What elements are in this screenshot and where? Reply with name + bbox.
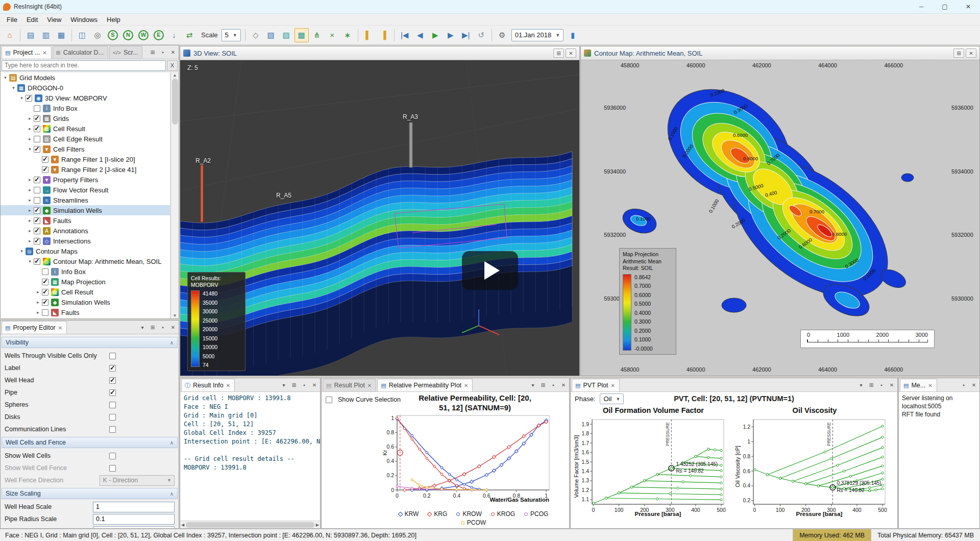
tab-result-plot[interactable]: ▤ Result Plot ✕ — [323, 379, 376, 391]
tree-item-3d-view-mobporv[interactable]: ▾◉3D View: MOBPORV — [1, 93, 170, 103]
scale-select[interactable]: 5▼ — [222, 29, 241, 41]
result-info-hscrollbar[interactable]: ◀ ▶ — [180, 521, 320, 528]
well-fence-direction-select[interactable]: K - Direction▼ — [100, 475, 175, 486]
close-icon[interactable]: ✕ — [42, 50, 46, 56]
legend-item-krg[interactable]: KRG — [428, 510, 447, 518]
label-checkbox[interactable] — [109, 365, 116, 372]
maximize-button[interactable]: ▢ — [933, 0, 957, 13]
collapse-icon[interactable]: ∧ — [170, 340, 174, 346]
float-icon[interactable]: ⊞ — [289, 381, 299, 389]
toolbar-view-x-icon[interactable]: ▧ — [264, 28, 278, 42]
well-head-checkbox[interactable] — [109, 377, 116, 384]
tree-item-intersections[interactable]: ▸◇Intersections — [1, 236, 170, 246]
communication-lines-checkbox[interactable] — [109, 426, 116, 433]
tab-pvt-plot[interactable]: ▤ PVT Plot ✕ — [572, 379, 620, 391]
expander-icon[interactable]: ▸ — [26, 177, 34, 182]
memory-used-badge[interactable]: Memory Used: 462 MB — [793, 529, 871, 541]
scroll-right-icon[interactable]: ▶ — [316, 523, 319, 527]
legend-item-krog[interactable]: KROG — [491, 510, 515, 518]
tree-checkbox[interactable] — [34, 126, 40, 132]
spheres-checkbox[interactable] — [109, 402, 116, 408]
expander-icon[interactable]: ▾ — [2, 75, 9, 80]
menu-icon[interactable]: ▾ — [528, 381, 537, 389]
toolbar-well-disks-icon[interactable]: × — [325, 28, 339, 42]
menu-edit[interactable]: Edit — [22, 15, 42, 24]
toolbar-well-spheres-icon[interactable]: ∗ — [340, 28, 355, 42]
tree-item-cell-result[interactable]: ▸▦Cell Result — [1, 287, 170, 297]
close-icon[interactable]: ✕ — [928, 383, 932, 388]
tree-item-cell-edge-result[interactable]: ▸▥Cell Edge Result — [1, 134, 170, 144]
search-clear-button[interactable]: X — [167, 60, 178, 71]
tab-project-tree[interactable]: ▤ Project ... ✕ — [2, 46, 52, 59]
expander-icon[interactable]: ▾ — [18, 249, 26, 254]
disks-checkbox[interactable] — [109, 414, 116, 421]
close-icon[interactable]: ✕ — [611, 383, 615, 388]
show-curve-selection-checkbox[interactable] — [326, 397, 332, 403]
legend-item-krow[interactable]: KROW — [456, 510, 481, 518]
tree-scrollbar[interactable]: ▲ ▼ — [170, 72, 179, 318]
menu-icon[interactable]: ▾ — [279, 381, 288, 389]
toolbar-view-z-icon[interactable]: ▩ — [295, 28, 309, 42]
tree-item-grids[interactable]: ▸▦Grids — [1, 113, 170, 124]
menu-view[interactable]: View — [42, 15, 66, 24]
tree-checkbox[interactable] — [34, 217, 40, 224]
tree-item-simulation-wells[interactable]: ▸◆Simulation Wells — [1, 297, 170, 307]
tab-relative-permeability-plot[interactable]: ▤ Relative Permeability Plot ✕ — [377, 379, 473, 391]
tab-calculator[interactable]: ⊞ Calculator D... — [53, 46, 108, 59]
tree-checkbox[interactable] — [34, 146, 40, 153]
close-icon[interactable]: ✕ — [368, 383, 372, 388]
expander-icon[interactable]: ▾ — [26, 146, 34, 152]
toolbar-view-west-icon[interactable]: W — [136, 28, 151, 42]
toolbar-iso-view-icon[interactable]: ◇ — [249, 28, 263, 42]
tree-checkbox[interactable] — [42, 156, 48, 163]
expander-icon[interactable]: ▸ — [26, 136, 34, 141]
pin-icon[interactable]: ▪ — [300, 381, 309, 389]
pin-icon[interactable]: ▪ — [877, 381, 886, 389]
toolbar-tile-windows-icon[interactable]: ◫ — [75, 28, 89, 42]
wells-through-visible-cells-only-checkbox[interactable] — [109, 353, 116, 359]
scroll-left-icon[interactable]: ◀ — [181, 523, 184, 527]
toolbar-legend-range-icon[interactable]: ▐ — [377, 28, 391, 42]
toolbar-zoom-all-icon[interactable]: ◎ — [90, 28, 105, 42]
toolbar-anim-settings-icon[interactable]: ⚙ — [495, 28, 509, 42]
toolbar-legend-box-icon[interactable]: ▌ — [361, 28, 376, 42]
scroll-up-icon[interactable]: ▲ — [173, 73, 177, 78]
close-icon[interactable]: ✕ — [226, 383, 230, 388]
tree-item-cell-result[interactable]: ▸▦Cell Result — [1, 124, 170, 134]
tree-checkbox[interactable] — [34, 197, 40, 204]
tree-checkbox[interactable] — [34, 258, 40, 265]
tree-item-grid-models[interactable]: ▾▤Grid Models — [1, 72, 170, 83]
expander-icon[interactable]: ▸ — [26, 187, 34, 192]
tree-item-contour-map-arithmetic-mean-soil[interactable]: ▾◎Contour Map: Arithmetic Mean, SOIL — [1, 256, 170, 266]
tree-checkbox[interactable] — [42, 289, 48, 296]
expander-icon[interactable]: ▸ — [26, 218, 34, 223]
minimize-button[interactable]: ─ — [910, 0, 933, 13]
tree-checkbox[interactable] — [26, 95, 32, 102]
close-icon[interactable]: ✕ — [559, 381, 568, 389]
section-header-well-cells-and-fence[interactable]: Well Cells and Fence∧ — [2, 437, 178, 448]
tree-checkbox[interactable] — [42, 268, 48, 275]
tree-checkbox[interactable] — [34, 105, 40, 112]
legend-item-pcog[interactable]: PCOG — [524, 510, 548, 518]
expander-icon[interactable]: ▸ — [26, 228, 34, 233]
toolbar-view-south-icon[interactable]: S — [106, 28, 120, 42]
3d-view-titlebar[interactable]: 3D View: SOIL ⊞ ✕ — [180, 46, 579, 60]
tree-item-cell-filters[interactable]: ▾▼Cell Filters — [1, 144, 170, 154]
well-head-scale-field[interactable] — [93, 502, 175, 512]
close-icon[interactable]: ✕ — [966, 48, 976, 58]
tree-item-flow-vector-result[interactable]: ▸→Flow Vector Result — [1, 185, 170, 195]
tab-property-editor[interactable]: ▤ Property Editor ✕ — [2, 321, 67, 334]
tree-item-info-box[interactable]: iInfo Box — [1, 266, 170, 277]
show-well-cell-fence-checkbox[interactable] — [109, 465, 116, 472]
expander-icon[interactable]: ▸ — [26, 126, 34, 131]
tab-scripts[interactable]: </> Scr... — [109, 46, 142, 59]
tree-checkbox[interactable] — [34, 238, 40, 244]
video-play-button[interactable] — [462, 251, 518, 290]
toolbar-anim-last-icon[interactable]: ▶| — [459, 28, 473, 42]
pipe-checkbox[interactable] — [109, 389, 116, 396]
menu-icon[interactable]: ▾ — [138, 323, 147, 332]
tree-item-contour-maps[interactable]: ▾◎Contour Maps — [1, 246, 170, 256]
toolbar-view-y-icon[interactable]: ▨ — [279, 28, 293, 42]
menu-icon[interactable]: ▾ — [856, 381, 866, 389]
scroll-down-icon[interactable]: ▼ — [173, 313, 177, 318]
